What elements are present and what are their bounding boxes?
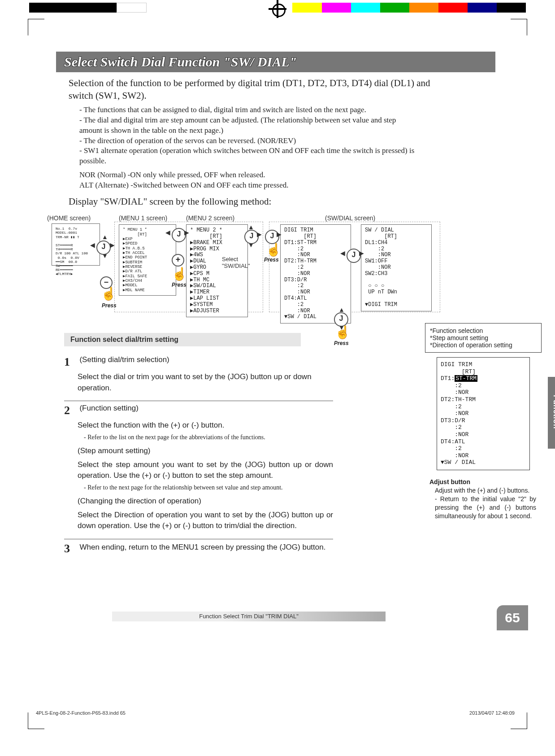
press-label: Press <box>172 282 186 288</box>
step-number: 3 <box>64 542 78 555</box>
intro-text: Selection of the function to be performe… <box>69 77 441 102</box>
bullet-list: - The functions that can be assigned to … <box>79 105 420 191</box>
bullet-item: - The direction of operation of the serv… <box>79 136 420 146</box>
hand-icon: ☝ <box>335 325 351 340</box>
press-label: Press <box>334 340 349 346</box>
arrow-icon: ◀ <box>340 249 345 257</box>
dia-label-swdial: (SW/DIAL screen) <box>325 214 375 222</box>
bullet-item: NOR (Normal) -ON only while pressed, OFF… <box>79 170 420 180</box>
arrow-icon: ▼ <box>102 252 108 259</box>
hand-icon: ☝ <box>101 286 117 301</box>
swdial-screen: SW / DIAL [RT] DL1:CH4 :2 :NOR SW1:OFF :… <box>361 224 432 311</box>
step-body: Select the function with the (+) or (-) … <box>78 420 333 431</box>
step-subhead: (Step amount setting) <box>78 446 333 457</box>
arrow-icon: ◀ <box>90 241 95 249</box>
right-column: *Function selection *Step amount setting… <box>425 323 542 520</box>
instruction-line: Display "SW/DIAL" screen by the followin… <box>69 196 495 207</box>
bullet-item: - SW1 alternate operation (operation whi… <box>79 146 420 166</box>
arrow-icon: ▲ <box>248 223 254 231</box>
hand-icon: ☝ <box>172 267 187 281</box>
section-header: Select Switch Dial Function "SW/ DIAL" <box>56 52 495 72</box>
menu2-screen: * MENU 2 * [RT] ▶BRAKE MIX ▶PROG MIX ▶4W… <box>186 224 248 317</box>
step-subhead: (Changing the direction of operation) <box>78 496 333 507</box>
side-tab: Function <box>548 377 555 449</box>
arrow-icon: ◀ <box>165 229 170 236</box>
lcd-detail-screen: DIGI TRIM [RT] DT1:ST-TRM :2 :NOR DT2:TH… <box>437 357 530 470</box>
navigation-diagram: (HOME screen) (MENU 1 screen) (MENU 2 sc… <box>47 210 495 327</box>
imprint-left: 4PLS-Eng-08-2-Function-P65-83.indd 65 <box>36 710 126 716</box>
adjust-body: - Return to the initial value "2" by pre… <box>435 495 536 520</box>
arrow-icon: ▼ <box>248 241 254 249</box>
plus-icon: + <box>172 254 184 267</box>
step-body: Select the step amount you want to set b… <box>78 459 333 481</box>
arrow-icon: ▶ <box>277 231 282 238</box>
crop-mark <box>28 19 44 35</box>
info-box: *Function selection *Step amount setting… <box>425 323 542 353</box>
adjust-body: Adjust with the (+) and (-) buttons. <box>435 486 536 495</box>
info-line: *Direction of operation setting <box>430 341 537 349</box>
press-label: Press <box>102 302 117 309</box>
step-note: - Refer to the list on the next page for… <box>84 434 333 441</box>
crop-mark <box>511 19 527 35</box>
hand-icon: ☝ <box>266 242 282 257</box>
step-subhead: (Setting dial/trim selection) <box>79 355 169 364</box>
press-label: Press <box>264 257 279 263</box>
arrow-icon: ▶ <box>184 229 189 236</box>
step-2: 2 (Function setting) Select the function… <box>64 401 333 539</box>
adjust-title: Adjust button <box>429 478 542 485</box>
dia-label-home: (HOME screen) <box>47 214 91 222</box>
subsection-title: Function select dial/trim setting <box>64 333 301 346</box>
step-body: Select the Direction of operation you wa… <box>78 510 333 532</box>
step-1: 1 (Setting dial/trim selection) Select t… <box>64 353 333 401</box>
imprint-right: 2013/04/07 12:48:09 <box>469 710 515 716</box>
footer-bar: Function Select Trim Dial "TRIM DIAL" <box>112 612 386 621</box>
dia-label-menu1: (MENU 1 screen) <box>119 214 167 222</box>
step-number: 1 <box>64 355 78 369</box>
info-line: *Step amount setting <box>430 334 537 341</box>
step-number: 2 <box>64 404 78 417</box>
arrow-icon: ▲ <box>102 233 108 240</box>
step-body: When ending, return to the MENU1 screen … <box>79 543 325 551</box>
arrow-icon: ▲ <box>338 306 345 313</box>
info-line: *Function selection <box>430 327 537 334</box>
bullet-item: - The dial and digital trim are step amo… <box>79 115 420 136</box>
page-number-badge: 65 <box>497 605 528 630</box>
registration-mark-icon <box>269 0 286 18</box>
step-3: 3 When ending, return to the MENU1 scree… <box>64 539 333 560</box>
step-subhead: (Function setting) <box>79 404 138 412</box>
step-body: Select the dial or trim you want to set … <box>78 371 333 393</box>
bullet-item: - The functions that can be assigned to … <box>79 105 420 115</box>
select-hint: Select "SW/DIAL" <box>222 256 250 269</box>
arrow-icon: ▶ <box>257 231 262 238</box>
side-tab-label: Function <box>551 395 555 411</box>
arrow-icon: ▶ <box>110 241 115 249</box>
dia-label-menu2: (MENU 2 screen) <box>186 214 234 222</box>
step-note: - Refer to the next page for the relatio… <box>84 484 333 491</box>
arrow-icon: ▶ <box>359 249 364 257</box>
bullet-item: ALT (Alternate) -Switched between ON and… <box>79 180 420 191</box>
